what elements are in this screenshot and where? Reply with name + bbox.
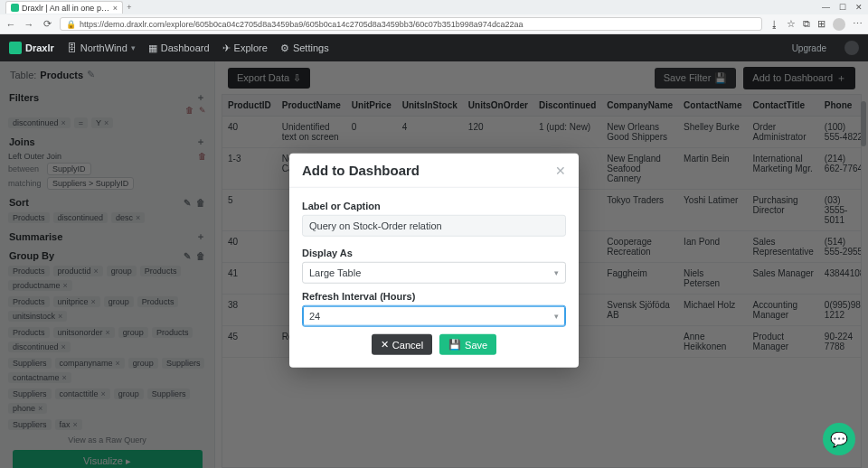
database-icon: 🗄: [67, 42, 77, 53]
url-text: https://demo.draxlr.com/explore/605b0ca0…: [80, 20, 523, 29]
extensions-icon[interactable]: ⊞: [817, 18, 826, 30]
grid-icon: ▦: [148, 42, 157, 54]
display-as-label: Display As: [302, 248, 566, 258]
nav-forward-icon[interactable]: →: [24, 19, 34, 30]
add-to-dashboard-dialog: Add to Dashboard ✕ Label or Caption Disp…: [289, 154, 579, 368]
app-body: Table: Products ✎ Filters ＋ 🗑 ✎ disconti…: [0, 61, 868, 468]
caption-input[interactable]: [302, 215, 566, 237]
workspace-name: NorthWind: [80, 42, 127, 53]
caption-label: Label or Caption: [302, 201, 566, 211]
chat-fab[interactable]: 💬: [823, 423, 855, 455]
refresh-label: Refresh Interval (Hours): [302, 291, 566, 302]
save-icon: 💾: [448, 339, 461, 351]
nav-back-icon[interactable]: ←: [5, 19, 16, 30]
browser-tab[interactable]: Draxlr | An all in one platform to ×: [5, 1, 123, 14]
browser-toolbar: ← → ⟳ 🔒 https://demo.draxlr.com/explore/…: [0, 14, 868, 34]
upgrade-link[interactable]: Upgrade: [792, 43, 826, 53]
brand-logo-icon: [9, 42, 22, 54]
dialog-title: Add to Dashboard: [302, 163, 420, 178]
nav-reload-icon[interactable]: ⟳: [42, 18, 52, 30]
browser-menu-icon[interactable]: ⋯: [853, 18, 863, 30]
dialog-close-icon[interactable]: ✕: [555, 163, 566, 177]
collections-icon[interactable]: ⧉: [803, 18, 810, 30]
chevron-down-icon: ▾: [554, 268, 559, 277]
brand[interactable]: Draxlr: [9, 42, 54, 54]
window-close-icon[interactable]: ✕: [855, 3, 863, 12]
nav-settings[interactable]: ⚙ Settings: [280, 42, 329, 54]
window-maximize-icon[interactable]: ☐: [839, 3, 846, 12]
browser-titlebar: Draxlr | An all in one platform to × + —…: [0, 0, 868, 14]
tab-favicon: [11, 4, 19, 12]
lock-icon: 🔒: [66, 20, 76, 29]
app-header: Draxlr 🗄 NorthWind ▾ ▦ Dashboard ✈ Explo…: [0, 34, 868, 61]
url-bar[interactable]: 🔒 https://demo.draxlr.com/explore/605b0c…: [60, 17, 762, 31]
downloads-icon[interactable]: ⭳: [769, 19, 779, 30]
chevron-down-icon: ▾: [131, 43, 136, 52]
tab-close-icon[interactable]: ×: [113, 4, 118, 13]
tab-title: Draxlr | An all in one platform to: [22, 4, 110, 13]
save-button[interactable]: 💾 Save: [439, 334, 496, 355]
brand-name: Draxlr: [25, 42, 54, 53]
workspace-switcher[interactable]: 🗄 NorthWind ▾: [67, 42, 136, 53]
gear-icon: ⚙: [280, 42, 289, 54]
cancel-button[interactable]: ✕ Cancel: [372, 334, 432, 355]
compass-icon: ✈: [222, 42, 231, 54]
nav-explore[interactable]: ✈ Explore: [222, 42, 268, 54]
display-as-select[interactable]: Large Table ▾: [302, 262, 566, 284]
profile-avatar[interactable]: [833, 18, 845, 31]
user-avatar[interactable]: [844, 41, 859, 55]
close-icon: ✕: [381, 339, 389, 351]
nav-dashboard[interactable]: ▦ Dashboard: [148, 42, 210, 54]
favorites-icon[interactable]: ☆: [787, 18, 796, 30]
new-tab-button[interactable]: +: [123, 3, 136, 12]
chat-icon: 💬: [830, 431, 848, 448]
refresh-interval-select[interactable]: 24 ▾: [302, 305, 566, 327]
chevron-down-icon: ▾: [554, 312, 559, 321]
window-minimize-icon[interactable]: —: [822, 3, 830, 12]
